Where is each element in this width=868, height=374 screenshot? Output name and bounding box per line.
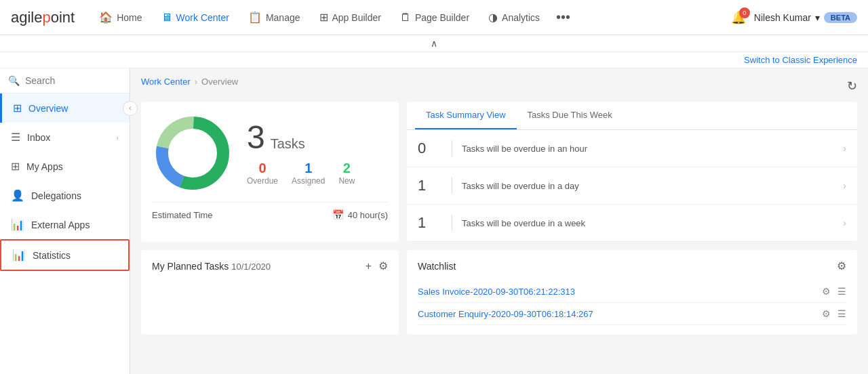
user-info[interactable]: Nilesh Kumar ▾ BETA bbox=[754, 12, 857, 23]
nav-workcenter[interactable]: 🖥 Work Center bbox=[153, 7, 237, 28]
planned-tasks-date: 10/1/2020 bbox=[231, 262, 271, 272]
task-summary-panel: Task Summary View Tasks Due This Week 0 … bbox=[407, 102, 857, 242]
overview-icon: ⊞ bbox=[13, 102, 22, 115]
nav-pagebuilder[interactable]: 🗒 Page Builder bbox=[392, 7, 477, 28]
breadcrumb-parent[interactable]: Work Center bbox=[141, 77, 191, 87]
appbuilder-icon: ⊞ bbox=[319, 11, 328, 24]
watchlist-link-0[interactable]: Sales Invoice-2020-09-30T06:21:22:313 bbox=[418, 287, 575, 297]
task-row[interactable]: 1 Tasks will be overdue in a week › bbox=[407, 205, 857, 242]
watchlist-item-1-menu-icon[interactable]: ☰ bbox=[837, 308, 846, 319]
watchlist-item-1: Customer Enquiry-2020-09-30T06:18:14:267… bbox=[418, 303, 846, 325]
user-name: Nilesh Kumar bbox=[754, 12, 811, 23]
sidebar-item-myapps[interactable]: ⊞ My Apps bbox=[0, 152, 130, 181]
watchlist-link-1[interactable]: Customer Enquiry-2020-09-30T06:18:14:267 bbox=[418, 309, 593, 319]
task-row-count-1: 1 bbox=[418, 177, 442, 194]
task-total-count: 3 bbox=[247, 121, 265, 154]
nav-analytics[interactable]: ◑ Analytics bbox=[480, 7, 548, 28]
planned-title-group: My Planned Tasks 10/1/2020 bbox=[152, 261, 271, 272]
task-row-text-2: Tasks will be overdue in a week bbox=[462, 218, 843, 228]
assigned-count: 1 bbox=[292, 161, 325, 176]
svg-point-4 bbox=[170, 130, 216, 176]
search-input[interactable] bbox=[25, 75, 121, 86]
overdue-count: 0 bbox=[247, 161, 278, 176]
task-row-text-1: Tasks will be overdue in a day bbox=[462, 181, 843, 191]
planned-actions: + ⚙ bbox=[366, 259, 388, 272]
bottom-section: My Planned Tasks 10/1/2020 + ⚙ Watchlist… bbox=[141, 250, 857, 335]
sidebar-item-overview[interactable]: ⊞ Overview ‹ bbox=[0, 94, 130, 123]
top-section: 3 Tasks 0 Overdue 1 Assigned bbox=[141, 102, 857, 242]
nav-items: 🏠 Home 🖥 Work Center 📋 Manage ⊞ App Buil… bbox=[91, 5, 731, 29]
tab-task-summary-view[interactable]: Task Summary View bbox=[415, 102, 517, 129]
watchlist-item-0-notify-icon[interactable]: ⚙ bbox=[822, 286, 831, 297]
donut-card: 3 Tasks 0 Overdue 1 Assigned bbox=[141, 102, 399, 242]
dropdown-icon: ▾ bbox=[815, 12, 820, 23]
collapse-bar: ∧ bbox=[0, 35, 868, 52]
sidebar-collapse-button[interactable]: ‹ bbox=[123, 101, 138, 116]
main-layout: 🔍 ⊞ Overview ‹ ☰ Inbox › ⊞ My Apps 👤 Del… bbox=[0, 68, 868, 374]
sidebar-item-inbox[interactable]: ☰ Inbox › bbox=[0, 123, 130, 152]
logo[interactable]: agilepoint bbox=[11, 9, 75, 26]
watchlist-item-0: Sales Invoice-2020-09-30T06:21:22:313 ⚙ … bbox=[418, 280, 846, 303]
refresh-button[interactable]: ↻ bbox=[847, 79, 857, 94]
sidebar-item-delegations[interactable]: 👤 Delegations bbox=[0, 181, 130, 210]
watchlist-settings-button[interactable]: ⚙ bbox=[837, 259, 846, 272]
beta-badge: BETA bbox=[824, 12, 857, 23]
tab-header: Task Summary View Tasks Due This Week bbox=[407, 102, 857, 130]
manage-icon: 📋 bbox=[248, 11, 262, 24]
calendar-icon: 📅 bbox=[332, 209, 344, 220]
task-row[interactable]: 0 Tasks will be overdue in an hour › bbox=[407, 130, 857, 167]
task-count-row: 3 Tasks bbox=[247, 121, 388, 154]
chevron-icon-2: › bbox=[843, 217, 846, 228]
breadcrumb-separator: › bbox=[195, 77, 197, 87]
watchlist-item-0-actions: ⚙ ☰ bbox=[822, 286, 846, 297]
assigned-label: Assigned bbox=[292, 176, 325, 186]
add-planned-task-button[interactable]: + bbox=[366, 260, 372, 272]
notification-bell[interactable]: 🔔 0 bbox=[731, 10, 746, 25]
nav-more-button[interactable]: ••• bbox=[551, 5, 576, 29]
collapse-button[interactable]: ∧ bbox=[431, 38, 437, 49]
nav-right: 🔔 0 Nilesh Kumar ▾ BETA bbox=[731, 10, 857, 25]
switch-classic-link[interactable]: Switch to Classic Experience bbox=[744, 55, 857, 65]
content-header: Work Center › Overview ↻ bbox=[141, 77, 857, 95]
estimated-time-value: 📅 40 hour(s) bbox=[332, 209, 388, 220]
sidebar-item-statistics[interactable]: 📊 Statistics bbox=[0, 239, 130, 271]
task-row-count-0: 0 bbox=[418, 140, 442, 157]
search-icon: 🔍 bbox=[8, 75, 20, 86]
task-label: Tasks bbox=[271, 136, 305, 152]
logo-text: agilepoint bbox=[11, 9, 75, 26]
content-area: Work Center › Overview ↻ bbox=[130, 68, 868, 374]
sidebar-item-externalapps[interactable]: 📊 External Apps bbox=[0, 210, 130, 239]
inbox-chevron-icon: › bbox=[116, 133, 119, 142]
estimated-time: Estimated Time 📅 40 hour(s) bbox=[152, 202, 388, 220]
planned-tasks-title: My Planned Tasks bbox=[152, 261, 229, 272]
statistics-icon: 📊 bbox=[12, 249, 26, 262]
watchlist-item-0-menu-icon[interactable]: ☰ bbox=[837, 286, 846, 297]
planned-tasks-settings-button[interactable]: ⚙ bbox=[378, 259, 388, 272]
task-rows: 0 Tasks will be overdue in an hour › 1 T… bbox=[407, 130, 857, 242]
overdue-label: Overdue bbox=[247, 176, 278, 186]
planned-header: My Planned Tasks 10/1/2020 + ⚙ bbox=[152, 259, 388, 272]
stat-assigned: 1 Assigned bbox=[292, 161, 325, 186]
breadcrumb-current: Overview bbox=[201, 77, 238, 87]
watchlist-header: Watchlist ⚙ bbox=[418, 259, 846, 272]
donut-content: 3 Tasks 0 Overdue 1 Assigned bbox=[152, 112, 388, 194]
myapps-icon: ⊞ bbox=[11, 160, 20, 173]
tab-tasks-due-this-week[interactable]: Tasks Due This Week bbox=[517, 102, 623, 129]
watchlist-item-1-notify-icon[interactable]: ⚙ bbox=[822, 308, 831, 319]
nav-home[interactable]: 🏠 Home bbox=[91, 7, 150, 28]
new-label: New bbox=[338, 176, 355, 186]
analytics-icon: ◑ bbox=[488, 11, 498, 24]
nav-manage[interactable]: 📋 Manage bbox=[240, 7, 309, 28]
task-row[interactable]: 1 Tasks will be overdue in a day › bbox=[407, 167, 857, 205]
task-row-count-2: 1 bbox=[418, 214, 442, 232]
task-info: 3 Tasks 0 Overdue 1 Assigned bbox=[247, 121, 388, 186]
nav-appbuilder[interactable]: ⊞ App Builder bbox=[311, 7, 389, 28]
sidebar-nav: ⊞ Overview ‹ ☰ Inbox › ⊞ My Apps 👤 Deleg… bbox=[0, 94, 130, 374]
pagebuilder-icon: 🗒 bbox=[400, 12, 411, 24]
breadcrumb: Work Center › Overview bbox=[141, 77, 238, 87]
top-navigation: agilepoint 🏠 Home 🖥 Work Center 📋 Manage… bbox=[0, 0, 868, 35]
new-count: 2 bbox=[338, 161, 355, 176]
watchlist-card: Watchlist ⚙ Sales Invoice-2020-09-30T06:… bbox=[407, 250, 857, 335]
planned-tasks-card: My Planned Tasks 10/1/2020 + ⚙ bbox=[141, 250, 399, 335]
search-box: 🔍 bbox=[0, 68, 130, 94]
